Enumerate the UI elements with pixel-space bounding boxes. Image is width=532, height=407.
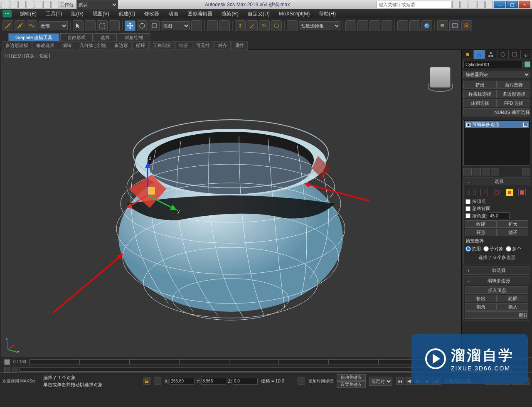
- time-tag-icon[interactable]: [298, 377, 305, 385]
- ribbon-tris[interactable]: 三角剖分: [149, 41, 175, 50]
- angle-snap-icon[interactable]: [247, 20, 258, 31]
- coord-z-input[interactable]: [233, 378, 258, 385]
- radio-preview-multi[interactable]: [506, 246, 511, 252]
- spinner-snap-icon[interactable]: [271, 20, 282, 31]
- snap-2d-icon[interactable]: 3: [235, 20, 246, 31]
- radio-preview-off[interactable]: [466, 246, 471, 252]
- layers-icon[interactable]: [369, 20, 380, 31]
- ref-coord-system[interactable]: 视图: [161, 21, 190, 30]
- tab-freeform[interactable]: 自由形式: [60, 33, 93, 42]
- menu-group[interactable]: 组(G): [67, 10, 87, 18]
- panel-modify-icon[interactable]: [473, 50, 485, 59]
- btn-inset[interactable]: 插入: [498, 303, 529, 311]
- goto-start-icon[interactable]: ⏮: [396, 377, 404, 385]
- menu-views[interactable]: 视图(V): [89, 10, 113, 18]
- configure-sets-icon[interactable]: [522, 168, 530, 175]
- trackbar-open-icon[interactable]: [4, 367, 10, 372]
- mirror-icon[interactable]: [345, 20, 356, 31]
- menu-animation[interactable]: 动画: [164, 10, 182, 18]
- remove-modifier-icon[interactable]: [491, 168, 499, 175]
- object-name-input[interactable]: [463, 61, 523, 68]
- app-menu-icon[interactable]: [2, 1, 9, 8]
- btn-grow[interactable]: 扩大: [498, 220, 529, 228]
- set-key-button[interactable]: 设置关键点: [337, 381, 366, 388]
- viewcube[interactable]: [424, 63, 457, 96]
- menu-graph-editors[interactable]: 图形编辑器: [183, 10, 217, 18]
- tab-selection[interactable]: 选择: [94, 33, 117, 42]
- menu-maxscript[interactable]: MAXScript(M): [275, 10, 314, 17]
- link-icon[interactable]: [52, 1, 59, 8]
- percent-snap-icon[interactable]: %: [259, 20, 270, 31]
- ribbon-modify-sel[interactable]: 修改选择: [32, 41, 58, 50]
- object-color-swatch[interactable]: [525, 62, 530, 67]
- auto-key-button[interactable]: 自动关键点: [337, 374, 366, 381]
- btn-extrude-mod[interactable]: 挤出: [463, 81, 497, 89]
- tab-object-paint[interactable]: 对象绘制: [118, 33, 150, 42]
- window-close-button[interactable]: ×: [519, 1, 530, 8]
- btn-spline-select[interactable]: 样条线选择: [463, 90, 497, 98]
- bind-space-warp-icon[interactable]: [27, 20, 37, 31]
- curve-editor-icon[interactable]: [397, 20, 408, 31]
- render-setup-icon[interactable]: [437, 20, 448, 31]
- modifier-stack[interactable]: ▣ 可编辑多边形: [463, 120, 530, 165]
- new-icon[interactable]: [10, 1, 17, 8]
- btn-ffd-select[interactable]: FFD 选择: [498, 99, 531, 107]
- ribbon-geometry[interactable]: 几何体 (全部): [76, 41, 110, 50]
- btn-insert-vertex[interactable]: 插入顶点: [466, 286, 528, 294]
- stack-editable-poly[interactable]: ▣ 可编辑多边形: [465, 121, 529, 128]
- save-icon[interactable]: [27, 1, 34, 8]
- ribbon-properties[interactable]: 属性: [231, 41, 248, 50]
- btn-nurbs-surf-select[interactable]: NURBS 曲面选择: [463, 108, 530, 116]
- select-and-rotate-icon[interactable]: [137, 20, 148, 31]
- window-minimize-button[interactable]: —: [494, 1, 505, 8]
- ribbon-visibility[interactable]: 可见性: [192, 41, 214, 50]
- window-crossing-icon[interactable]: [109, 20, 120, 31]
- help-icon[interactable]: [485, 1, 493, 8]
- coord-y-input[interactable]: [201, 378, 226, 385]
- btn-extrude[interactable]: 挤出: [466, 295, 497, 302]
- key-selected-list[interactable]: 选定对: [369, 377, 392, 386]
- favorite-icon[interactable]: [477, 1, 485, 8]
- ribbon-subdiv[interactable]: 细分: [175, 41, 192, 50]
- abs-rel-transform-icon[interactable]: [154, 377, 161, 385]
- selection-lock-icon[interactable]: [143, 377, 150, 385]
- maxscript-mini-listener[interactable]: 欢迎使用 MAXScr: [2, 378, 40, 384]
- 3dsmax-logo-icon[interactable]: ⋯: [2, 10, 12, 17]
- use-pivot-center-icon[interactable]: [191, 20, 202, 31]
- chk-ignore-backfacing[interactable]: [466, 206, 470, 211]
- panel-motion-icon[interactable]: [497, 50, 509, 59]
- select-and-move-icon[interactable]: [125, 20, 135, 31]
- make-unique-icon[interactable]: [482, 168, 490, 175]
- coord-x-input[interactable]: [170, 378, 195, 385]
- select-by-name-icon[interactable]: [85, 20, 96, 31]
- trackbar-keys-icon[interactable]: [12, 367, 17, 372]
- exchange-icon[interactable]: [469, 1, 476, 8]
- panel-create-icon[interactable]: [462, 50, 473, 59]
- search-input[interactable]: [377, 1, 451, 8]
- undo-icon[interactable]: [35, 1, 42, 8]
- select-manipulate-icon[interactable]: [207, 20, 218, 31]
- align-icon[interactable]: [357, 20, 368, 31]
- subobj-vertex-icon[interactable]: ⋮⋮: [468, 189, 475, 196]
- rect-selection-icon[interactable]: [97, 20, 108, 31]
- select-and-scale-icon[interactable]: [149, 20, 160, 31]
- btn-ring[interactable]: 环形: [466, 229, 497, 236]
- time-slider-thumb[interactable]: [4, 359, 10, 365]
- chk-by-angle[interactable]: [466, 213, 470, 218]
- rendered-frame-icon[interactable]: [449, 20, 460, 31]
- viewport-label[interactable]: [+] [正交] [真实 + 边面]: [5, 53, 50, 59]
- ribbon-edit[interactable]: 编辑: [59, 41, 75, 50]
- btn-vol-select[interactable]: 体积选择: [463, 99, 497, 107]
- schematic-view-icon[interactable]: [409, 20, 420, 31]
- rollout-edit-poly-header[interactable]: -编辑多边形: [464, 277, 530, 285]
- redo-icon[interactable]: [43, 1, 51, 8]
- model-pot[interactable]: z y: [85, 79, 376, 328]
- show-end-result-icon[interactable]: [473, 168, 481, 175]
- menu-modifiers[interactable]: 修改器: [140, 10, 163, 18]
- ribbon-poly-modeling[interactable]: 多边形建模: [2, 41, 32, 50]
- named-selection-sets[interactable]: 创建选择集: [299, 21, 340, 30]
- select-link-icon[interactable]: [2, 20, 13, 31]
- workspace-select[interactable]: 默认: [76, 0, 118, 9]
- btn-poly-select[interactable]: 多边形选择: [498, 90, 531, 98]
- graphite-ribbon-icon[interactable]: [382, 20, 392, 31]
